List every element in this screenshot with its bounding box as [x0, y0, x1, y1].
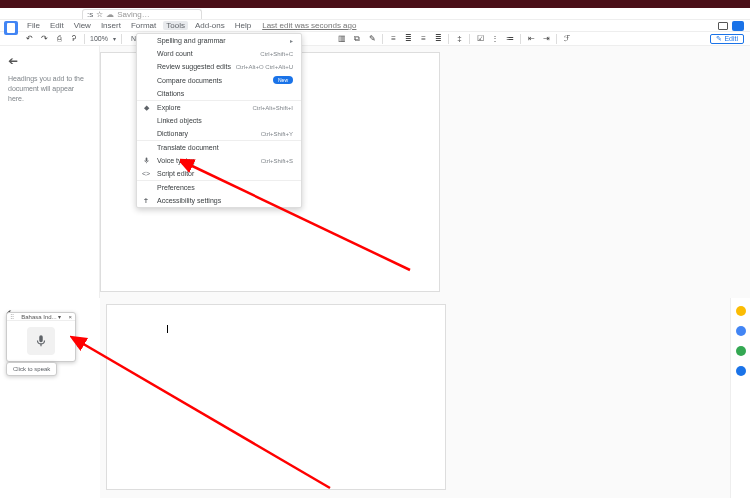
voice-typing-widget[interactable]: ⠿ Bahasa Ind... ▾ × [6, 312, 76, 362]
menu-help[interactable]: Help [232, 21, 254, 30]
accessibility-icon: ✝ [142, 197, 150, 205]
menu-script-editor[interactable]: <> Script editor [137, 167, 301, 180]
voice-tooltip: Click to speak [6, 362, 57, 376]
bulleted-list-button[interactable]: ⋮ [490, 34, 500, 44]
menu-edit[interactable]: Edit [47, 21, 67, 30]
microphone-icon [34, 332, 48, 350]
screenshot-bottom: ➔ He the document will ap ⠿ Bahasa Ind..… [0, 298, 750, 498]
menu-review-suggested[interactable]: Review suggested editsCtrl+Alt+O Ctrl+Al… [137, 60, 301, 73]
align-left-button[interactable]: ≡ [388, 34, 398, 44]
toolbar: ↶ ↷ ⎙ Ꭾ 100% ▾ Normal ▥ ⧉ ✎ ≡ ≣ ≡ ≣ ‡ ☑ … [0, 32, 750, 46]
menu-linked-objects[interactable]: Linked objects [137, 114, 301, 127]
menu-format[interactable]: Format [128, 21, 159, 30]
zoom-select[interactable]: 100% [90, 35, 108, 42]
numbered-list-button[interactable]: ≔ [505, 34, 515, 44]
voice-mic-button[interactable] [7, 321, 75, 361]
insert-image-button[interactable]: ▥ [337, 34, 347, 44]
menu-accessibility-settings[interactable]: ✝ Accessibility settings [137, 194, 301, 207]
workspace: ➔ Headings you add to the document will … [0, 46, 750, 298]
menu-preferences[interactable]: Preferences [137, 181, 301, 194]
clear-formatting-button[interactable]: ℱ [562, 34, 572, 44]
rail-keep-icon[interactable] [736, 306, 746, 316]
close-icon[interactable]: × [68, 314, 72, 320]
outline-panel-2: ➔ He the document will ap ⠿ Bahasa Ind..… [0, 298, 100, 498]
side-rail [730, 298, 750, 498]
star-icon[interactable]: ☆ [96, 10, 103, 19]
drag-handle-icon[interactable]: ⠿ [10, 313, 14, 320]
document-page-2[interactable] [106, 304, 446, 490]
outline-placeholder: Headings you add to the document will ap… [8, 74, 91, 103]
align-center-button[interactable]: ≣ [403, 34, 413, 44]
saving-status: Saving… [117, 10, 149, 19]
indent-decrease-button[interactable]: ⇤ [526, 34, 536, 44]
browser-url-row: :s ☆ ☁ Saving… [0, 8, 750, 20]
redo-button[interactable]: ↷ [39, 34, 49, 44]
browser-chrome-strip [0, 0, 750, 8]
menu-voice-typing[interactable]: Voice typingCtrl+Shift+S [137, 154, 301, 167]
menu-compare-documents[interactable]: Compare documentsNew [137, 73, 301, 87]
menu-view[interactable]: View [71, 21, 94, 30]
menu-explore[interactable]: ◆ ExploreCtrl+Alt+Shift+I [137, 101, 301, 114]
tools-dropdown: Spelling and grammar▸ Word countCtrl+Shi… [136, 33, 302, 208]
menu-citations[interactable]: Citations [137, 87, 301, 100]
last-edit-link[interactable]: Last edit was seconds ago [262, 21, 356, 30]
voice-widget-header[interactable]: ⠿ Bahasa Ind... ▾ × [7, 313, 75, 321]
outline-panel: ➔ Headings you add to the document will … [0, 46, 100, 298]
menu-insert[interactable]: Insert [98, 21, 124, 30]
menu-spelling-grammar[interactable]: Spelling and grammar▸ [137, 34, 301, 47]
menu-word-count[interactable]: Word countCtrl+Shift+C [137, 47, 301, 60]
screenshot-top: :s ☆ ☁ Saving… File Edit View Insert For… [0, 0, 750, 298]
voice-language-select[interactable]: Bahasa Ind... ▾ [21, 313, 61, 320]
mic-icon [142, 156, 150, 166]
editing-mode-button[interactable]: ✎ Editi [710, 34, 744, 44]
indent-increase-button[interactable]: ⇥ [541, 34, 551, 44]
menu-translate-document[interactable]: Translate document [137, 141, 301, 154]
present-icon[interactable] [718, 22, 728, 30]
tab-title: :s [87, 10, 93, 19]
menu-tools[interactable]: Tools [163, 21, 188, 30]
cloud-icon: ☁ [106, 10, 114, 19]
menu-right-controls [718, 21, 744, 31]
menu-file[interactable]: File [24, 21, 43, 30]
text-cursor [167, 325, 168, 333]
link-button[interactable]: ⧉ [352, 34, 362, 44]
back-arrow-icon[interactable]: ➔ [8, 54, 18, 68]
script-editor-icon: <> [142, 170, 150, 177]
undo-button[interactable]: ↶ [24, 34, 34, 44]
rail-tasks-icon[interactable] [736, 326, 746, 336]
align-right-button[interactable]: ≡ [418, 34, 428, 44]
line-spacing-button[interactable]: ‡ [454, 34, 464, 44]
menu-addons[interactable]: Add-ons [192, 21, 228, 30]
rail-contacts-icon[interactable] [736, 346, 746, 356]
menu-dictionary[interactable]: DictionaryCtrl+Shift+Y [137, 127, 301, 140]
checklist-button[interactable]: ☑ [475, 34, 485, 44]
share-button[interactable] [732, 21, 744, 31]
menu-bar: File Edit View Insert Format Tools Add-o… [0, 20, 750, 32]
paint-format-button[interactable]: Ꭾ [69, 34, 79, 44]
rail-maps-icon[interactable] [736, 366, 746, 376]
print-button[interactable]: ⎙ [54, 34, 64, 44]
browser-tab[interactable]: :s ☆ ☁ Saving… [82, 9, 202, 19]
explore-icon: ◆ [142, 104, 150, 112]
comment-button[interactable]: ✎ [367, 34, 377, 44]
align-justify-button[interactable]: ≣ [433, 34, 443, 44]
